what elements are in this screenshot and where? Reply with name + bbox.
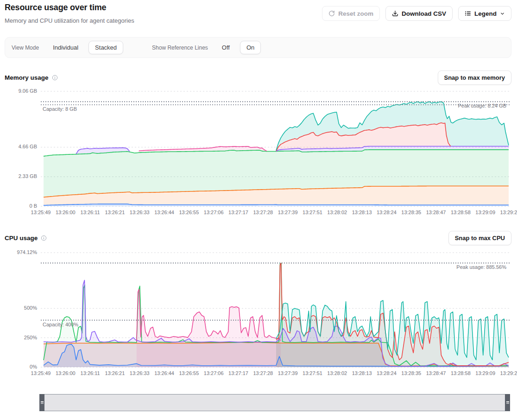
download-csv-button[interactable]: Download CSV: [385, 6, 453, 21]
view-mode-option-stacked[interactable]: Stacked: [88, 41, 123, 54]
download-icon: [392, 10, 398, 17]
brush-handle-right[interactable]: [505, 394, 510, 411]
x-axis-tick-label: 13:29:24: [500, 370, 517, 376]
y-axis-tick-label: 9.06 GB: [0, 88, 37, 94]
x-axis-tick-label: 13:26:55: [179, 370, 199, 376]
x-axis-tick-label: 13:26:44: [154, 210, 174, 215]
cpu-x-axis: 13:25:4913:26:0013:26:1113:26:2113:26:33…: [41, 370, 510, 378]
x-axis-tick-label: 13:29:09: [475, 210, 495, 215]
x-axis-tick-label: 13:27:39: [278, 210, 298, 215]
cpu-chart: 13:25:4913:26:0013:26:1113:26:2113:26:33…: [0, 249, 517, 382]
x-axis-tick-label: 13:28:58: [451, 210, 471, 215]
x-axis-tick-label: 13:27:28: [253, 210, 273, 215]
x-axis-tick-label: 13:26:11: [81, 210, 100, 215]
x-axis-tick-label: 13:28:58: [451, 370, 471, 376]
snap-to-max-cpu-button[interactable]: Snap to max CPU: [448, 231, 511, 245]
info-icon[interactable]: [41, 235, 47, 241]
page-subtitle: Memory and CPU utilization for agent cat…: [5, 17, 134, 24]
x-axis-tick-label: 13:28:02: [327, 370, 347, 376]
x-axis-tick-label: 13:26:33: [130, 210, 150, 215]
x-axis-tick-label: 13:27:28: [253, 370, 273, 376]
memory-chart: 13:25:4913:26:0013:26:1113:26:2113:26:33…: [0, 88, 517, 221]
x-axis-tick-label: 13:28:47: [426, 210, 446, 215]
cpu-section-header: CPU usage Snap to max CPU: [5, 230, 511, 245]
reference-lines-option-on[interactable]: On: [240, 41, 261, 54]
memory-section-header: Memory usage Snap to max memory: [5, 70, 511, 85]
reset-zoom-button[interactable]: Reset zoom: [322, 6, 380, 21]
list-icon: [465, 10, 471, 17]
resource-usage-page: Resource usage over time Memory and CPU …: [0, 0, 517, 420]
x-axis-tick-label: 13:28:47: [426, 370, 446, 376]
x-axis-tick-label: 13:28:24: [377, 210, 397, 215]
header-buttons: Reset zoom Download CSV Legend: [322, 6, 511, 21]
x-axis-tick-label: 13:27:17: [228, 370, 248, 376]
memory-x-axis: 13:25:4913:26:0013:26:1113:26:2113:26:33…: [41, 210, 510, 217]
reference-lines-label: Show Reference Lines: [152, 45, 208, 51]
pink-area: [137, 289, 281, 367]
y-axis-tick-label: 974.12%: [0, 249, 37, 255]
x-axis-tick-label: 13:27:17: [228, 210, 248, 215]
reference-line-label: Peak usage: 885.56%: [456, 264, 506, 270]
x-axis-tick-label: 13:29:24: [500, 210, 517, 215]
cpu-chart-title: CPU usage: [5, 235, 47, 242]
view-mode-option-individual[interactable]: Individual: [46, 41, 85, 54]
y-axis-tick-label: 0%: [0, 364, 37, 369]
y-axis-tick-label: 250%: [0, 335, 37, 340]
cpu-chart-canvas[interactable]: [41, 249, 510, 369]
x-axis-tick-label: 13:25:49: [31, 210, 51, 215]
x-axis-tick-label: 13:26:44: [154, 370, 174, 376]
x-axis-tick-label: 13:27:06: [204, 370, 224, 376]
view-mode-label: View Mode: [12, 45, 39, 51]
y-axis-tick-label: 2.33 GB: [0, 173, 37, 179]
x-axis-tick-label: 13:28:02: [327, 210, 347, 215]
y-axis-tick-label: 0 B: [0, 203, 37, 209]
x-axis-tick-label: 13:28:13: [352, 210, 372, 215]
chevron-down-icon: [500, 11, 505, 16]
reference-lines-option-off[interactable]: Off: [215, 41, 236, 54]
x-axis-tick-label: 13:28:35: [401, 210, 421, 215]
y-axis-tick-label: 4.66 GB: [0, 144, 37, 149]
legend-button[interactable]: Legend: [458, 6, 511, 21]
memory-chart-canvas[interactable]: [41, 88, 510, 208]
x-axis-tick-label: 13:27:39: [278, 370, 298, 376]
snap-to-max-memory-button[interactable]: Snap to max memory: [438, 70, 512, 85]
time-range-brush[interactable]: [39, 394, 510, 411]
x-axis-tick-label: 13:28:24: [377, 370, 397, 376]
brush-handle-left[interactable]: [39, 394, 44, 411]
x-axis-tick-label: 13:28:13: [352, 370, 372, 376]
x-axis-tick-label: 13:26:21: [105, 210, 125, 215]
x-axis-tick-label: 13:25:49: [31, 370, 51, 376]
x-axis-tick-label: 13:26:00: [56, 210, 76, 215]
info-icon[interactable]: [52, 75, 58, 81]
x-axis-tick-label: 13:27:06: [204, 210, 224, 215]
x-axis-tick-label: 13:29:09: [475, 370, 495, 376]
x-axis-tick-label: 13:26:33: [130, 370, 150, 376]
y-axis-tick-label: 500%: [0, 305, 37, 311]
x-axis-tick-label: 13:26:55: [179, 210, 199, 215]
x-axis-tick-label: 13:26:21: [105, 370, 125, 376]
memory-chart-title: Memory usage: [5, 74, 58, 81]
x-axis-tick-label: 13:26:00: [56, 370, 76, 376]
x-axis-tick-label: 13:26:11: [81, 370, 100, 376]
x-axis-tick-label: 13:28:35: [401, 370, 421, 376]
x-axis-tick-label: 13:27:51: [303, 370, 322, 376]
reference-line-label: Capacity: 8 GB: [43, 106, 77, 112]
x-axis-tick-label: 13:27:51: [303, 210, 322, 215]
reference-line-label: Peak usage: 8.24 GB: [458, 103, 506, 108]
chart-options-toolbar: View Mode Individual Stacked Show Refere…: [5, 37, 511, 58]
refresh-icon: [328, 10, 335, 17]
reference-line-label: Capacity: 400%: [43, 322, 78, 327]
page-title: Resource usage over time: [5, 3, 106, 13]
